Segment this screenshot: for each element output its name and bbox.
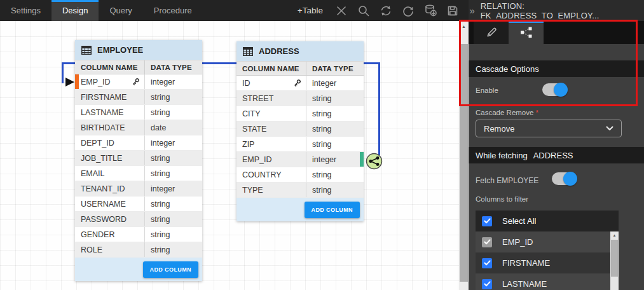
canvas-scrollbar: ▲ (459, 21, 469, 290)
checkbox[interactable] (482, 258, 492, 268)
table-row[interactable]: COUNTRYstring (236, 167, 364, 183)
fetching-table-name: ADDRESS (533, 151, 573, 160)
tab-procedure[interactable]: Procedure (143, 0, 203, 21)
refresh-icon[interactable] (379, 4, 393, 18)
checkbox[interactable] (482, 216, 492, 226)
column-name-cell: EMP_ID (75, 74, 145, 89)
relation-icon (519, 26, 533, 39)
table-address: ADDRESS COLUMN NAME DATA TYPE IDintegerS… (236, 41, 364, 221)
column-name-cell: STREET (236, 91, 306, 106)
collapse-chevron-icon[interactable]: » (469, 5, 481, 16)
tab-edit[interactable] (474, 21, 509, 44)
search-icon[interactable] (357, 4, 371, 18)
table-row[interactable]: EMAILstring (75, 166, 202, 181)
table-row[interactable]: IDinteger (236, 76, 364, 91)
data-type-cell: string (145, 197, 202, 211)
table-name: ADDRESS (259, 46, 299, 56)
save-icon[interactable] (446, 4, 460, 18)
table-row[interactable]: PASSWORDstring (75, 212, 202, 227)
column-name-header: COLUMN NAME (236, 62, 306, 75)
redo-icon[interactable] (401, 4, 415, 18)
table-grid-icon (81, 46, 92, 55)
column-name-cell: COUNTRY (236, 167, 306, 182)
add-table-button[interactable]: +Table (298, 0, 323, 21)
toolbar: Settings Design Query Procedure +Table (0, 0, 469, 21)
column-name-cell: GENDER (75, 227, 145, 242)
tab-design[interactable]: Design (51, 0, 99, 21)
table-row[interactable]: STREETstring (236, 91, 364, 106)
scrollbar-up-arrow[interactable]: ▲ (459, 21, 469, 32)
tab-settings[interactable]: Settings (0, 0, 51, 21)
scrollbar-thumb[interactable] (611, 240, 618, 277)
column-name-cell: TENANT_ID (75, 181, 145, 196)
toolbar-icons (334, 0, 460, 21)
data-type-cell: string (306, 137, 364, 151)
checkbox[interactable] (482, 237, 492, 247)
column-name-header: COLUMN NAME (75, 60, 145, 74)
data-type-cell: string (145, 227, 202, 242)
data-type-cell: integer (145, 74, 202, 89)
database-export-icon[interactable] (423, 4, 437, 18)
table-column-headers: COLUMN NAME DATA TYPE (75, 60, 202, 74)
cascade-remove-select[interactable]: Remove (476, 120, 622, 137)
primary-key-relation-marker (75, 74, 79, 89)
filter-item-label: EMP_ID (502, 237, 533, 247)
table-row[interactable]: EMP_IDinteger (75, 74, 202, 90)
filter-list-scrollbar: ▲ (610, 231, 619, 290)
relation-many-connector-icon[interactable] (366, 153, 383, 170)
data-type-header: DATA TYPE (145, 60, 202, 74)
data-type-cell: string (306, 167, 364, 182)
table-row[interactable]: ROLEstring (75, 242, 202, 258)
table-row[interactable]: BIRTHDATEdate (75, 120, 202, 135)
table-row[interactable]: EMP_IDinteger (236, 152, 364, 167)
tab-query[interactable]: Query (99, 0, 142, 21)
fetch-employee-toggle[interactable] (552, 172, 576, 185)
relation-line-left-vertical (62, 62, 64, 83)
table-row[interactable]: LASTNAMEstring (75, 105, 202, 120)
checkbox[interactable] (482, 279, 492, 289)
filter-item-select-all[interactable]: Select All (476, 211, 619, 231)
data-type-header: DATA TYPE (306, 62, 364, 75)
scrollbar-thumb[interactable] (460, 44, 468, 282)
column-name-cell: TYPE (236, 183, 306, 197)
data-type-cell: string (145, 90, 202, 104)
add-column-button[interactable]: ADD COLUMN (305, 202, 360, 218)
column-name-cell: STATE (236, 121, 306, 136)
table-row[interactable]: DEPT_IDinteger (75, 135, 202, 151)
table-row[interactable]: FIRSTNAMEstring (75, 90, 202, 105)
primary-key-icon (293, 79, 301, 87)
data-type-cell: string (145, 212, 202, 226)
relation-line-right-vertical (378, 62, 380, 155)
data-type-cell: integer (145, 135, 202, 150)
table-row[interactable]: CITYstring (236, 106, 364, 121)
table-row[interactable]: TYPEstring (236, 183, 364, 198)
filter-item-firstname[interactable]: FIRSTNAME (476, 252, 619, 273)
table-row[interactable]: ZIPstring (236, 137, 364, 152)
table-row[interactable]: TENANT_IDinteger (75, 181, 202, 197)
column-name-cell: ZIP (236, 137, 306, 151)
table-employee-header[interactable]: EMPLOYEE (75, 40, 202, 60)
add-column-button[interactable]: ADD COLUMN (143, 261, 199, 278)
table-row[interactable]: GENDERstring (75, 227, 202, 242)
cascade-remove-label: Cascade Remove* (476, 109, 538, 116)
tab-relation[interactable] (509, 21, 544, 44)
table-grid-icon (243, 47, 253, 56)
enable-toggle[interactable] (542, 83, 566, 96)
filter-rows: Select AllEMP_IDFIRSTNAMELASTNAME (476, 211, 619, 290)
column-name-cell: LASTNAME (75, 105, 145, 120)
close-icon[interactable] (334, 4, 348, 18)
table-name: EMPLOYEE (97, 45, 143, 55)
table-row[interactable]: USERNAMEstring (75, 197, 202, 212)
column-name-cell: USERNAME (75, 197, 145, 211)
table-address-header[interactable]: ADDRESS (236, 41, 364, 61)
panel-title-bar: » RELATION: FK_ADDRESS_TO_EMPLOY... (469, 0, 644, 21)
design-canvas[interactable]: EMPLOYEE COLUMN NAME DATA TYPE EMP_IDint… (0, 21, 459, 290)
table-row[interactable]: JOB_TITLEstring (75, 151, 202, 166)
scrollbar-up-arrow[interactable]: ▲ (610, 231, 619, 239)
data-type-cell: string (306, 91, 364, 106)
columns-filter-list: Select AllEMP_IDFIRSTNAMELASTNAME ▲ (476, 211, 619, 290)
data-type-cell: integer (306, 76, 364, 90)
table-row[interactable]: STATEstring (236, 121, 364, 137)
filter-item-lastname[interactable]: LASTNAME (476, 273, 619, 290)
filter-item-emp-id[interactable]: EMP_ID (476, 231, 619, 252)
